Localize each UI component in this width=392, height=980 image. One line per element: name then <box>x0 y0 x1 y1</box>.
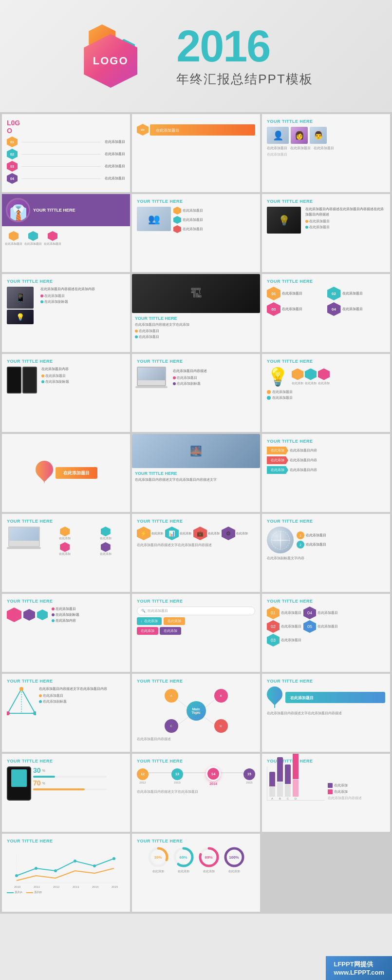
circ-1: 1 <box>297 531 304 539</box>
hex-3: 03 <box>7 161 18 172</box>
big-hex-pink <box>7 608 21 622</box>
line-legend-teal-text: 系列A <box>15 890 22 895</box>
item-10-2: 在此添加副标题 <box>45 379 69 384</box>
slide-7-title: YOUR TITTLE HERE <box>7 279 125 284</box>
slide-8-title: YOUR TITTLE HERE <box>135 316 257 321</box>
bar-col-2-a <box>277 757 283 782</box>
slide-3-title: YOUR TITTLE HERE <box>267 119 385 124</box>
text-7: 在此添加题目内容描述在此添加内容 <box>40 287 125 292</box>
hex-n-3: 03 <box>267 302 280 316</box>
tri-item-2: 在此添加副标题 <box>43 699 67 704</box>
line-legend-orange-text: 系列B <box>34 890 42 895</box>
hex-4: 04 <box>7 173 18 184</box>
svg-point-17 <box>74 860 76 862</box>
laptop-16 <box>8 527 40 547</box>
svg-text:2012: 2012 <box>53 885 60 888</box>
svg-point-3 <box>19 687 23 691</box>
slide-17: YOUR TITTLE HERE ⚡ 在此添加 📊 在此添加 💼 在此添加 ⚙ … <box>132 514 260 592</box>
sphere-icon <box>267 527 294 553</box>
bar-chart: A B C D <box>267 766 325 801</box>
slide-25: YOUR TITTLE HERE 30 % 70 <box>2 754 130 832</box>
slide-19: YOUR TITTLE HERE 在此添加题目 在此添加副标题 在此添加内容 <box>2 594 130 672</box>
btn-upload[interactable]: ↑ 在此添加 <box>137 617 162 625</box>
hex-purple-4: 04 <box>303 607 316 619</box>
tab-text: 在此添加题目 <box>156 128 179 133</box>
hex-label-4: 在此添加题目 <box>342 307 363 312</box>
hex-icon-label-1: 在此添加 <box>151 531 163 536</box>
circ-label-2: 在此添加题目 <box>306 542 326 547</box>
svg-point-5 <box>33 711 36 715</box>
location-pin <box>267 686 282 708</box>
bar-x-3: C <box>287 797 289 800</box>
item-3: 在此添加题目 <box>183 227 203 232</box>
pct-num-3: 80% <box>205 855 212 860</box>
hex-label-3: 在此添加题目 <box>282 307 302 312</box>
pct-num-1: 30% <box>154 855 162 860</box>
triangle-svg <box>7 686 36 716</box>
dark-photo: 💡 <box>267 207 301 234</box>
search-bar-1[interactable]: 🔍 在此添加题目 <box>137 607 255 615</box>
tl-label-2: 2013 <box>174 781 180 784</box>
label-row-2: 在此添加题目 <box>267 152 385 157</box>
phone-stat <box>7 766 31 801</box>
bullet-7-1: 在此添加题目 <box>44 294 65 298</box>
icon-label-3: 在此添加题目 <box>44 242 61 246</box>
sm-hex-1 <box>173 207 181 215</box>
phone-mock-1 <box>7 367 21 393</box>
item-8-1: 在此添加题目 <box>139 329 159 333</box>
pin-label: 在此添加题目 <box>56 467 97 479</box>
label-21-2: 在此添加题目 <box>281 624 301 629</box>
icon-hex-3 <box>48 231 57 241</box>
slide-26: YOUR TITTLE HERE 12 2012 13 2013 14 2014… <box>132 754 260 832</box>
slide-9-title: YOUR TITTLE HERE <box>267 279 385 284</box>
lp-label-4: 在此添加 <box>100 552 112 556</box>
slide-9: YOUR TITTLE HERE 01 在此添加题目 02 在此添加题目 03 … <box>262 274 390 352</box>
slide-3: YOUR TITTLE HERE 👤 👩 👨 在此添加题目 在此添加题目 在此添… <box>262 114 390 192</box>
btn-3[interactable]: 在此添加 <box>137 627 158 635</box>
conn-label-3: 在此添加题目 <box>105 164 125 169</box>
avatar-person: 👔 <box>6 198 30 222</box>
slide-27: YOUR TITTLE HERE A B <box>262 754 390 832</box>
svg-text:2010: 2010 <box>14 885 21 888</box>
phone-mock-2 <box>22 367 37 393</box>
hex-red-2: 02 <box>267 620 280 633</box>
btn-download[interactable]: 在此添加 <box>164 617 185 625</box>
hex-label-1: 在此添加题目 <box>282 291 302 296</box>
main-topic: MainTopic <box>187 701 206 721</box>
slide-21: YOUR TITTLE HERE 01 在此添加题目 02 在此添加题目 03 … <box>262 594 390 672</box>
legend-1: 在此添加 <box>328 783 386 788</box>
hex-teal-3: 03 <box>267 634 280 647</box>
arrow-1: 在此添加 <box>267 447 288 454</box>
tablet-photo: 📱 <box>7 287 34 309</box>
slide-16: YOUR TITTLE HERE 在此添加 在此添加 <box>2 514 130 592</box>
icon-hex-1 <box>9 231 19 241</box>
hex-orange-1: 01 <box>267 607 280 619</box>
hex-icon-1: ⚡ <box>137 527 150 540</box>
hex-n-4: 04 <box>327 302 341 316</box>
search-icon-1: 🔍 <box>141 609 146 613</box>
stat-label-1: % <box>42 769 45 772</box>
slide-2: ✏ 在此添加题目 <box>132 114 260 192</box>
text-24: 在此添加题目内容描述文字在此添加题目内容描述 <box>267 711 385 716</box>
item-2: 在此添加题目 <box>183 217 203 222</box>
text-10: 在此添加题目内容 <box>41 367 125 372</box>
tab-bar: 在此添加题目 <box>150 124 255 136</box>
bullet-1: 在此添加题目 <box>309 219 330 224</box>
legend-color-1 <box>328 783 333 788</box>
slide-1: L0GO 01 在此添加题目 02 在此添加题目 03 在此添加题目 04 在此… <box>2 114 130 192</box>
logo-area: LOGO <box>79 20 157 93</box>
btn-4[interactable]: 在此添加 <box>160 627 181 635</box>
bar-col-4-b <box>293 780 299 797</box>
text-8: 在此添加题目内容描述文字在此添加 <box>135 322 257 327</box>
slide-11-title: YOUR TITTLE HERE <box>137 359 255 364</box>
arrow-text-1: 在此添加题目内容 <box>290 448 317 453</box>
hex-n-2: 02 <box>327 287 341 300</box>
text-17: 在此添加题目内容描述文字在此添加题目内容描述 <box>137 543 255 548</box>
slide-15-title: YOUR TITTLE HERE <box>267 439 385 444</box>
svg-point-15 <box>35 867 37 870</box>
big-hex-purple <box>23 609 35 621</box>
svg-text:2013: 2013 <box>73 885 79 888</box>
label-21-5: 在此添加题目 <box>317 624 338 629</box>
btn-download-text: 在此添加 <box>168 619 181 623</box>
slide4-title: YOUR TITTLE HERE <box>33 208 75 213</box>
